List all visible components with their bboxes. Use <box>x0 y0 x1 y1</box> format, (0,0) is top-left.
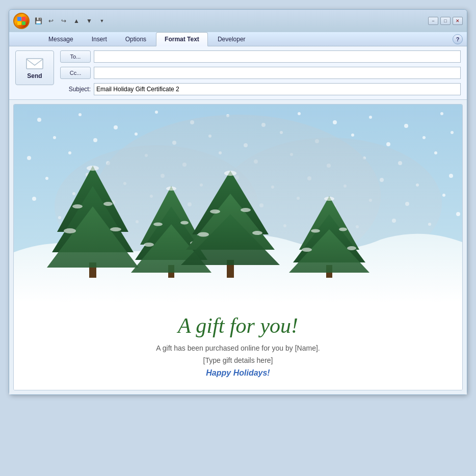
gift-section: A gift for you! A gift has been purchase… <box>14 303 462 390</box>
address-fields: To... Cc... Subject: <box>60 50 461 95</box>
ribbon-tabs: Message Insert Options Format Text Devel… <box>9 32 467 46</box>
svg-point-25 <box>451 131 454 134</box>
svg-point-4 <box>114 125 118 129</box>
svg-point-110 <box>311 229 320 233</box>
svg-point-82 <box>72 204 83 208</box>
svg-point-26 <box>27 156 31 160</box>
undo-button[interactable]: ↩ <box>45 15 57 27</box>
svg-point-5 <box>155 111 158 114</box>
subject-row: Subject: <box>60 83 461 95</box>
svg-point-12 <box>404 124 408 128</box>
svg-point-15 <box>93 138 97 142</box>
svg-point-100 <box>210 209 220 214</box>
help-button[interactable]: ? <box>453 34 463 44</box>
svg-point-109 <box>324 197 334 201</box>
svg-point-113 <box>347 246 356 250</box>
send-label: Send <box>27 72 42 80</box>
svg-point-50 <box>32 197 36 201</box>
svg-point-73 <box>456 212 460 216</box>
svg-point-61 <box>442 194 445 197</box>
minimize-button[interactable]: − <box>428 17 438 25</box>
email-form: Send To... Cc... Subject: <box>9 46 467 100</box>
svg-point-2 <box>37 118 41 122</box>
cc-input[interactable] <box>94 67 461 79</box>
svg-point-16 <box>135 133 138 136</box>
svg-point-102 <box>198 232 209 237</box>
svg-rect-0 <box>27 59 43 69</box>
send-button[interactable]: Send <box>15 50 54 85</box>
restore-button[interactable]: □ <box>440 17 451 25</box>
winter-scene <box>14 104 462 303</box>
tab-format-text[interactable]: Format Text <box>156 32 208 46</box>
svg-point-111 <box>339 228 347 231</box>
title-bar: 💾 ↩ ↪ ▲ ▼ ▼ − □ ✕ <box>9 10 467 32</box>
svg-point-81 <box>87 166 99 171</box>
svg-point-99 <box>224 171 236 176</box>
svg-point-92 <box>180 221 189 225</box>
email-body[interactable]: A gift for you! A gift has been purchase… <box>13 104 463 390</box>
gift-title: A gift for you! <box>29 313 447 338</box>
svg-point-13 <box>440 112 443 115</box>
send-icon <box>25 57 44 71</box>
redo-button[interactable]: ↪ <box>58 15 69 27</box>
svg-point-91 <box>153 223 163 226</box>
svg-point-85 <box>110 227 121 231</box>
save-button[interactable]: 💾 <box>33 15 44 27</box>
cc-row: Cc... <box>60 67 461 79</box>
svg-point-90 <box>166 187 176 191</box>
quick-access-toolbar: 💾 ↩ ↪ ▲ ▼ ▼ <box>33 15 425 27</box>
svg-point-101 <box>241 208 251 212</box>
ribbon: Message Insert Options Format Text Devel… <box>9 32 467 46</box>
svg-point-14 <box>53 136 56 139</box>
tab-message[interactable]: Message <box>40 32 82 46</box>
svg-point-24 <box>422 136 426 139</box>
svg-point-23 <box>386 142 390 146</box>
svg-point-37 <box>434 151 437 154</box>
email-body-wrapper: A gift for you! A gift has been purchase… <box>9 100 467 394</box>
subject-input[interactable] <box>94 83 461 95</box>
svg-point-9 <box>298 112 301 115</box>
up-button[interactable]: ▲ <box>71 15 82 27</box>
tab-insert[interactable]: Insert <box>83 32 116 46</box>
cc-button[interactable]: Cc... <box>60 67 91 79</box>
to-row: To... <box>60 50 461 63</box>
svg-point-22 <box>351 134 354 137</box>
svg-point-3 <box>78 113 82 116</box>
gift-details: [Type gift details here] <box>29 356 447 364</box>
to-input[interactable] <box>94 50 461 63</box>
down-button[interactable]: ▼ <box>84 15 95 27</box>
tab-options[interactable]: Options <box>117 32 155 46</box>
svg-point-84 <box>64 228 76 233</box>
svg-point-10 <box>333 120 337 124</box>
svg-point-27 <box>68 151 71 154</box>
close-button[interactable]: ✕ <box>453 17 463 25</box>
svg-point-103 <box>252 231 262 235</box>
tab-developer[interactable]: Developer <box>209 32 254 46</box>
subject-label: Subject: <box>60 86 91 93</box>
svg-point-93 <box>144 243 154 247</box>
to-button[interactable]: To... <box>60 50 91 63</box>
window-controls: − □ ✕ <box>428 17 463 25</box>
gift-holiday: Happy Holidays! <box>29 368 447 378</box>
customize-button[interactable]: ▼ <box>96 15 108 27</box>
office-button[interactable] <box>13 13 30 29</box>
svg-point-11 <box>369 116 372 119</box>
svg-point-112 <box>302 248 312 252</box>
svg-point-49 <box>449 174 453 178</box>
svg-point-38 <box>45 177 48 180</box>
outlook-window: 💾 ↩ ↪ ▲ ▼ ▼ − □ ✕ Message Insert Options… <box>9 9 467 395</box>
svg-point-83 <box>103 202 113 206</box>
gift-subtitle: A gift has been purchased online for you… <box>29 344 447 352</box>
